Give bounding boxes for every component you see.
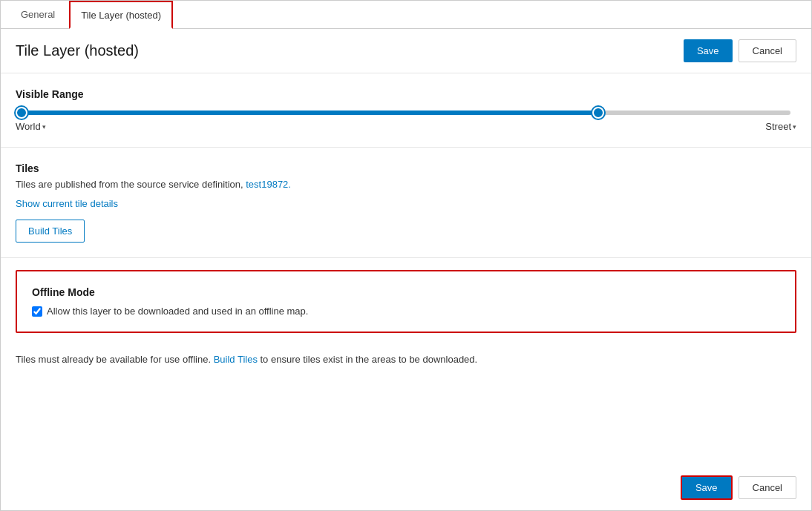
header-save-button[interactable]: Save: [684, 39, 733, 62]
page-title: Tile Layer (hosted): [16, 42, 139, 59]
header-cancel-button[interactable]: Cancel: [739, 39, 796, 62]
slider-track[interactable]: [22, 111, 790, 115]
tiles-title: Tiles: [16, 162, 796, 174]
street-dropdown-arrow: ▾: [793, 123, 796, 131]
tiles-source-link[interactable]: test19872.: [246, 179, 291, 190]
offline-note: Tiles must already be available for use …: [1, 345, 811, 375]
offline-note-suffix: to ensure tiles exist in the areas to be…: [258, 354, 477, 365]
slider-fill: [22, 111, 598, 115]
tab-tile-layer[interactable]: Tile Layer (hosted): [69, 1, 173, 29]
footer-row: Save Cancel: [1, 465, 811, 510]
offline-note-prefix: Tiles must already be available for use …: [16, 354, 214, 365]
slider-container: [16, 111, 796, 115]
tiles-description: Tiles are published from the source serv…: [16, 179, 796, 190]
offline-checkbox-text: Allow this layer to be downloaded and us…: [47, 306, 308, 317]
slider-label-left[interactable]: World ▾: [16, 121, 46, 132]
street-label: Street: [765, 121, 791, 132]
header-buttons: Save Cancel: [684, 39, 796, 62]
offline-build-tiles-link[interactable]: Build Tiles: [214, 354, 258, 365]
world-dropdown-arrow: ▾: [42, 123, 46, 131]
header-row: Tile Layer (hosted) Save Cancel: [1, 29, 811, 73]
visible-range-label: Visible Range: [16, 88, 796, 100]
show-tile-link[interactable]: Show current tile details: [16, 198, 118, 209]
slider-label-right[interactable]: Street ▾: [765, 121, 796, 132]
visible-range-section: Visible Range World ▾ Street ▾: [1, 73, 811, 148]
offline-checkbox-label[interactable]: Allow this layer to be downloaded and us…: [32, 306, 780, 317]
slider-thumb-right[interactable]: [592, 107, 604, 119]
offline-checkbox[interactable]: [32, 306, 42, 317]
slider-labels: World ▾ Street ▾: [16, 121, 796, 132]
world-label: World: [16, 121, 41, 132]
offline-mode-section: Offline Mode Allow this layer to be down…: [16, 270, 796, 333]
slider-thumb-left[interactable]: [16, 107, 27, 119]
page-container: General Tile Layer (hosted) Tile Layer (…: [0, 0, 812, 511]
footer-cancel-button[interactable]: Cancel: [739, 476, 796, 499]
tiles-section: Tiles Tiles are published from the sourc…: [1, 148, 811, 258]
footer-save-button[interactable]: Save: [681, 475, 733, 500]
build-tiles-button[interactable]: Build Tiles: [16, 220, 85, 243]
tab-general[interactable]: General: [10, 1, 66, 29]
tiles-description-prefix: Tiles are published from the source serv…: [16, 179, 246, 190]
offline-mode-title: Offline Mode: [32, 286, 780, 298]
tabs-bar: General Tile Layer (hosted): [1, 1, 811, 29]
